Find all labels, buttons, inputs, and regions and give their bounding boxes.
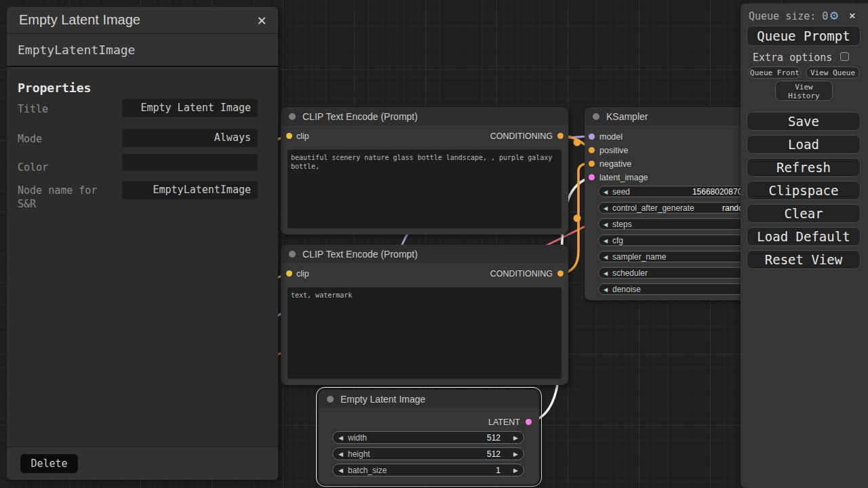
clear-button[interactable]: Clear (747, 204, 861, 223)
field-label-node-name: Node name for S&R (18, 184, 121, 211)
close-icon[interactable]: ✕ (849, 9, 856, 22)
decrement-icon[interactable]: ◀ (604, 253, 608, 260)
queue-front-button[interactable]: Queue Front (749, 66, 801, 79)
output-label: CONDITIONING (490, 269, 553, 279)
node-header[interactable]: CLIP Text Encode (Prompt) (281, 245, 568, 263)
collapse-dot-icon[interactable] (289, 251, 296, 258)
gear-icon[interactable]: ⚙ (830, 7, 838, 23)
load-button[interactable]: Load (747, 135, 861, 154)
field-label-title: Title (18, 102, 121, 116)
input-port-negative[interactable] (589, 161, 595, 167)
node-empty-latent-image[interactable]: Empty Latent Image LATENT ◀ width 512 ▶ … (319, 390, 539, 485)
view-queue-button[interactable]: View Queue (806, 66, 860, 79)
decrement-icon[interactable]: ◀ (338, 451, 343, 458)
collapse-dot-icon[interactable] (593, 113, 599, 120)
dialog-title: Empty Latent Image (7, 12, 140, 28)
view-history-line2: History (776, 92, 832, 100)
input-label: negative (599, 159, 631, 169)
input-port-model[interactable] (589, 134, 595, 140)
decrement-icon[interactable]: ◀ (604, 237, 608, 243)
close-icon[interactable]: ✕ (254, 13, 270, 29)
node-clip-text-encode-positive[interactable]: CLIP Text Encode (Prompt) clip CONDITION… (281, 107, 568, 235)
decrement-icon[interactable]: ◀ (338, 467, 343, 474)
node-title: CLIP Text Encode (Prompt) (302, 249, 418, 260)
view-history-button[interactable]: View History (775, 81, 833, 101)
wire-midpoint-dot[interactable] (574, 139, 581, 146)
field-input-title[interactable]: Empty Latent Image (122, 99, 258, 117)
decrement-icon[interactable]: ◀ (604, 221, 608, 227)
decrement-icon[interactable]: ◀ (604, 205, 608, 211)
input-label: model (599, 132, 623, 142)
node-title: CLIP Text Encode (Prompt) (302, 111, 418, 122)
field-input-mode[interactable]: Always (122, 129, 258, 147)
input-port-positive[interactable] (589, 147, 595, 153)
queue-prompt-button[interactable]: Queue Prompt (747, 26, 861, 46)
widget-height[interactable]: ◀ height 512 ▶ (332, 447, 524, 460)
view-history-line1: View (776, 83, 832, 92)
extra-options-row: Extra options (741, 52, 868, 64)
input-label: clip (296, 131, 309, 141)
output-port-latent[interactable] (526, 419, 532, 425)
node-title: Empty Latent Image (340, 394, 425, 405)
decrement-icon[interactable]: ◀ (604, 270, 608, 276)
save-button[interactable]: Save (747, 112, 861, 131)
input-label: positive (599, 146, 628, 155)
wire-midpoint-dot[interactable] (574, 215, 581, 222)
refresh-button[interactable]: Refresh (747, 158, 861, 177)
node-clip-text-encode-negative[interactable]: CLIP Text Encode (Prompt) clip CONDITION… (281, 245, 568, 385)
dialog-titlebar: Empty Latent Image ✕ (7, 7, 278, 34)
queue-size-label: Queue size: 0 (749, 10, 828, 22)
prompt-textarea[interactable]: text, watermark (288, 287, 561, 379)
field-input-node-name[interactable]: EmptyLatentImage (122, 181, 258, 199)
field-input-color[interactable] (122, 154, 258, 171)
clipspace-button[interactable]: Clipspace (747, 181, 861, 200)
input-port-latent-image[interactable] (589, 174, 595, 180)
output-port-conditioning[interactable] (557, 133, 564, 139)
dialog-footer: Delete (7, 447, 278, 480)
decrement-icon[interactable]: ◀ (604, 188, 608, 195)
extra-options-label: Extra options (753, 52, 832, 64)
increment-icon[interactable]: ▶ (513, 467, 518, 474)
increment-icon[interactable]: ▶ (513, 451, 518, 458)
widget-batch-size[interactable]: ◀ batch_size 1 ▶ (332, 464, 524, 476)
increment-icon[interactable]: ▶ (513, 434, 518, 441)
decrement-icon[interactable]: ◀ (604, 286, 608, 292)
prompt-textarea[interactable]: beautiful scenery nature glass bottle la… (288, 150, 561, 228)
input-port-clip[interactable] (286, 270, 292, 277)
field-label-mode: Mode (18, 132, 121, 146)
collapse-dot-icon[interactable] (327, 396, 334, 403)
output-label: LATENT (488, 418, 520, 427)
reset-view-button[interactable]: Reset View (747, 250, 861, 269)
output-label: CONDITIONING (490, 131, 553, 141)
widget-width[interactable]: ◀ width 512 ▶ (332, 431, 524, 444)
comfy-menu: Queue size: 0 ⚙ ✕ Queue Prompt Extra opt… (741, 3, 868, 488)
dialog-node-type: EmptyLatentImage (7, 34, 278, 67)
load-default-button[interactable]: Load Default (747, 227, 861, 246)
extra-options-checkbox[interactable] (840, 52, 849, 61)
output-port-conditioning[interactable] (557, 270, 564, 277)
properties-heading: Properties (18, 81, 91, 95)
input-label: latent_image (599, 173, 648, 182)
node-title: KSampler (606, 111, 648, 122)
field-label-color: Color (18, 161, 121, 174)
node-header[interactable]: Empty Latent Image (319, 390, 539, 408)
decrement-icon[interactable]: ◀ (338, 434, 343, 441)
input-port-clip[interactable] (286, 133, 292, 139)
collapse-dot-icon[interactable] (289, 113, 296, 120)
delete-button[interactable]: Delete (20, 454, 78, 473)
dialog-content: Properties Title Empty Latent Image Mode… (7, 68, 278, 447)
input-label: clip (296, 269, 309, 279)
node-header[interactable]: CLIP Text Encode (Prompt) (281, 107, 568, 125)
properties-dialog: Empty Latent Image ✕ EmptyLatentImage Pr… (7, 7, 278, 480)
